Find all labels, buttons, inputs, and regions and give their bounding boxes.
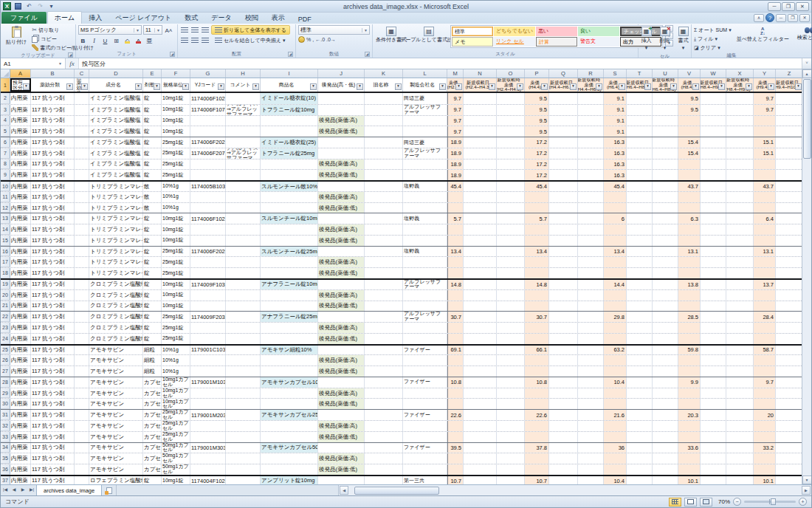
cell-C31[interactable] — [75, 410, 89, 420]
cell-A2[interactable]: 内用薬 — [10, 93, 31, 104]
cell-F6[interactable]: 25mg1錠 — [162, 137, 190, 148]
cell-Y25[interactable]: 58.7 — [754, 346, 776, 355]
cell-G11[interactable] — [190, 192, 226, 202]
filter-dropdown-icon[interactable] — [455, 83, 462, 90]
cell-C28[interactable] — [75, 377, 89, 388]
cell-O17[interactable] — [497, 257, 525, 267]
filter-dropdown-icon[interactable] — [439, 83, 446, 90]
cell-G26[interactable] — [190, 355, 226, 365]
cell-K19[interactable] — [365, 280, 403, 289]
cell-S21[interactable] — [604, 301, 627, 312]
cell-E5[interactable]: 錠 — [143, 126, 162, 137]
cell-K20[interactable] — [365, 290, 403, 301]
cell-X8[interactable] — [726, 159, 754, 170]
cell-B3[interactable]: 117 抗うつ剤 — [31, 105, 75, 115]
cell-N9[interactable] — [464, 170, 497, 180]
row-header-36[interactable]: 36 — [1, 464, 10, 475]
cell-Y18[interactable] — [754, 268, 776, 278]
cell-S29[interactable] — [604, 388, 627, 399]
cell-S5[interactable]: 9.1 — [604, 126, 627, 137]
cell-Y12[interactable] — [754, 203, 776, 213]
cell-P13[interactable]: 5.7 — [525, 213, 549, 224]
cell-E16[interactable]: 錠 — [143, 247, 162, 257]
cell-H23[interactable] — [226, 323, 261, 333]
cell-R26[interactable] — [578, 355, 604, 365]
cell-V3[interactable]: 9.5 — [678, 105, 701, 115]
cell-A14[interactable]: 内用薬 — [10, 224, 31, 235]
cell-U31[interactable] — [653, 410, 678, 420]
cell-style-2[interactable]: 悪い — [536, 27, 577, 36]
cell-T31[interactable] — [627, 410, 653, 420]
row-header-4[interactable]: 4 — [1, 116, 10, 126]
header-cell-B1[interactable]: 薬効分類 — [31, 78, 75, 92]
cell-N3[interactable] — [464, 105, 497, 115]
cell-P14[interactable] — [525, 224, 549, 235]
column-header-T[interactable]: T — [627, 69, 653, 78]
column-header-F[interactable]: F — [162, 69, 190, 78]
cell-A17[interactable]: 内用薬 — [10, 257, 31, 267]
cell-L13[interactable]: 塩野義 — [403, 213, 447, 224]
cell-G9[interactable] — [190, 170, 226, 180]
name-box-dropdown-icon[interactable]: ▼ — [58, 61, 62, 66]
cell-O22[interactable] — [497, 312, 525, 322]
cell-J20[interactable]: 後発品(薬価:高) — [318, 290, 365, 301]
cell-H26[interactable] — [226, 355, 261, 365]
column-header-J[interactable]: J — [318, 69, 365, 78]
cell-D10[interactable]: トリミプラミンマレイン酸塩 — [89, 182, 143, 191]
cell-L24[interactable] — [403, 334, 447, 344]
cell-K26[interactable] — [365, 355, 403, 365]
cell-T37[interactable] — [627, 476, 653, 484]
cell-G32[interactable] — [190, 421, 226, 431]
row-header-12[interactable]: 12 — [1, 203, 10, 213]
cell-T12[interactable] — [627, 203, 653, 213]
cell-I32[interactable] — [261, 421, 318, 431]
cell-B17[interactable]: 117 抗うつ剤 — [31, 257, 75, 267]
cell-W23[interactable] — [701, 323, 726, 333]
cell-C33[interactable] — [75, 432, 89, 442]
cell-S24[interactable] — [604, 334, 627, 344]
cell-P18[interactable] — [525, 268, 549, 278]
cell-C34[interactable] — [75, 443, 89, 453]
cell-X34[interactable] — [726, 443, 754, 453]
cell-F11[interactable]: 10%1g — [162, 192, 190, 202]
cell-Q13[interactable] — [549, 213, 578, 224]
cell-C15[interactable] — [75, 236, 89, 246]
cell-B22[interactable]: 117 抗うつ剤 — [31, 312, 75, 322]
merge-center-button[interactable]: セルを結合して中央揃え▾ — [211, 35, 289, 45]
cell-N24[interactable] — [464, 334, 497, 344]
cell-D19[interactable]: クロミプラミン塩酸塩 — [89, 280, 143, 289]
cell-T24[interactable] — [627, 334, 653, 344]
cell-C2[interactable] — [75, 93, 89, 104]
cell-O8[interactable] — [497, 159, 525, 170]
cell-P11[interactable] — [525, 192, 549, 202]
column-header-W[interactable]: W — [701, 69, 726, 78]
cell-B31[interactable]: 117 抗うつ剤 — [31, 410, 75, 420]
cell-A25[interactable]: 内用薬 — [10, 346, 31, 355]
align-right-icon[interactable] — [202, 38, 209, 44]
percent-icon[interactable]: % — [306, 37, 311, 42]
cell-V13[interactable]: 6.3 — [678, 213, 701, 224]
cell-W24[interactable] — [701, 334, 726, 344]
cell-F10[interactable]: 10%1g — [162, 182, 190, 191]
cell-C10[interactable] — [75, 182, 89, 191]
cell-A30[interactable]: 内用薬 — [10, 399, 31, 409]
cell-P30[interactable] — [525, 399, 549, 409]
cell-L15[interactable] — [403, 236, 447, 246]
number-dialog-launcher[interactable]: ◢ — [365, 52, 370, 57]
cell-E7[interactable]: 錠 — [143, 148, 162, 159]
cell-K22[interactable] — [365, 312, 403, 322]
cell-H20[interactable] — [226, 290, 261, 301]
cell-W29[interactable] — [701, 388, 726, 399]
cell-N28[interactable] — [464, 377, 497, 388]
cell-C35[interactable] — [75, 453, 89, 464]
cell-Q6[interactable] — [549, 137, 578, 148]
cell-H32[interactable] — [226, 421, 261, 431]
cell-D31[interactable]: アモキサピン — [89, 410, 143, 420]
header-cell-X1[interactable]: 新規収載時薬価(H8.4~H9.3) — [726, 78, 754, 92]
row-header-16[interactable]: 16 — [1, 247, 10, 257]
cell-N5[interactable] — [464, 126, 497, 137]
cell-E17[interactable]: 錠 — [143, 257, 162, 267]
cell-K34[interactable] — [365, 443, 403, 453]
cell-N22[interactable] — [464, 312, 497, 322]
cell-A22[interactable]: 内用薬 — [10, 312, 31, 322]
